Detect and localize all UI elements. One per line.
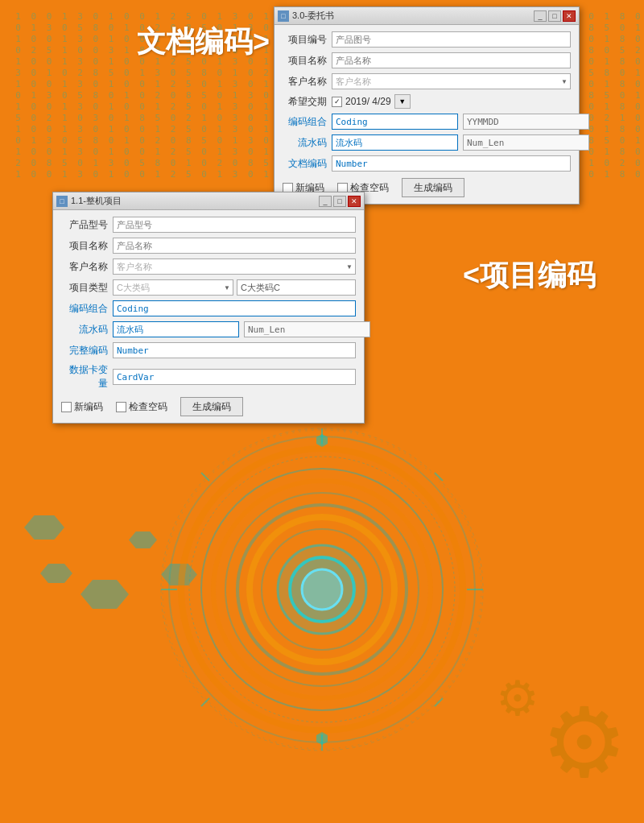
tech-circle <box>153 420 491 759</box>
project-coding-combo-label: 编码组合 <box>61 302 108 316</box>
project-full-code-label: 完整编码 <box>61 344 108 358</box>
entrust-doc-code-label: 文档编码 <box>283 157 327 171</box>
project-product-type-row: 产品型号 <box>61 217 356 233</box>
entrust-hope-date-label: 希望交期 <box>283 95 327 109</box>
project-card-var-label: 数据卡变量 <box>61 363 108 391</box>
project-card-var-input[interactable] <box>113 369 356 385</box>
project-new-code-label: 新编码 <box>74 400 103 414</box>
project-check-empty-checkbox[interactable] <box>116 402 126 412</box>
project-name-row: 项目名称 <box>61 238 356 254</box>
project-new-code-checkbox[interactable] <box>61 402 72 412</box>
project-minimize-btn[interactable]: _ <box>319 196 332 207</box>
entrust-project-name-row: 项目名称 <box>283 52 571 68</box>
entrust-customer-select-wrapper: 客户名称 <box>332 73 571 89</box>
project-maximize-btn[interactable]: □ <box>333 196 346 207</box>
project-window-controls: _ □ ✕ <box>319 196 361 207</box>
entrust-date-field: ✓ 2019/ 4/29 ▼ <box>332 94 411 109</box>
project-product-type-label: 产品型号 <box>61 218 108 232</box>
entrust-hope-date-row: 希望交期 ✓ 2019/ 4/29 ▼ <box>283 94 571 109</box>
project-code-label: <项目编码 <box>463 256 596 296</box>
entrust-customer-name-row: 客户名称 客户名称 <box>283 73 571 89</box>
entrust-project-number-label: 项目编号 <box>283 33 327 47</box>
entrust-coding-combo-input[interactable] <box>332 114 458 130</box>
project-bottom-row: 新编码 检查空码 生成编码 <box>61 397 356 416</box>
entrust-window-controls: _ □ ✕ <box>534 10 576 22</box>
entrust-serial-side-input[interactable] <box>463 134 589 151</box>
project-customer-name-row: 客户名称 客户名称 <box>61 258 356 275</box>
project-serial-side-input[interactable] <box>244 321 370 337</box>
project-product-type-input[interactable] <box>113 217 356 233</box>
entrust-coding-combo-side-input[interactable] <box>463 114 589 130</box>
hex-deco-1 <box>24 515 64 540</box>
svg-line-18 <box>435 473 443 481</box>
entrust-coding-combo-row: 编码组合 <box>283 114 571 130</box>
hex-deco-3 <box>80 580 129 609</box>
project-name-input[interactable] <box>113 238 356 254</box>
project-serial-label: 流水码 <box>61 323 108 337</box>
gear-deco-1: ⚙ <box>541 687 628 799</box>
project-coding-combo-row: 编码组合 <box>61 300 356 316</box>
entrust-date-checkbox[interactable]: ✓ <box>332 97 342 107</box>
project-customer-select-wrapper: 客户名称 <box>113 258 356 275</box>
project-full-code-row: 完整编码 <box>61 342 356 358</box>
project-check-empty-label: 检查空码 <box>129 400 167 414</box>
svg-line-19 <box>201 473 209 481</box>
hex-deco-2 <box>40 564 72 583</box>
entrust-serial-input[interactable] <box>332 134 458 151</box>
project-generate-btn[interactable]: 生成编码 <box>180 397 243 416</box>
project-type-row: 项目类型 C大类码 <box>61 279 356 296</box>
svg-line-21 <box>201 698 209 706</box>
entrust-doc-code-input[interactable] <box>332 155 571 172</box>
svg-point-12 <box>302 569 342 610</box>
doc-code-label: 文档编码> <box>137 23 270 62</box>
entrust-close-btn[interactable]: ✕ <box>563 10 576 22</box>
entrust-generate-btn[interactable]: 生成编码 <box>402 178 464 197</box>
project-serial-input[interactable] <box>113 321 239 337</box>
entrust-project-name-input[interactable] <box>332 52 571 68</box>
entrust-titlebar: □ 3.0-委托书 _ □ ✕ <box>275 7 579 25</box>
entrust-serial-row: 流水码 <box>283 134 571 151</box>
window-project: □ 1.1-整机项目 _ □ ✕ 产品型号 项目名称 客户名称 客户名称 <box>52 192 365 424</box>
entrust-maximize-btn[interactable]: □ <box>548 10 561 22</box>
window-entrust: □ 3.0-委托书 _ □ ✕ 项目编号 项目名称 客户名称 客户名称 <box>274 6 580 205</box>
entrust-date-value: 2019/ 4/29 <box>345 96 391 107</box>
entrust-customer-name-label: 客户名称 <box>283 75 327 89</box>
entrust-window-icon: □ <box>278 10 289 22</box>
entrust-doc-code-row: 文档编码 <box>283 155 571 172</box>
entrust-customer-select[interactable]: 客户名称 <box>332 73 571 89</box>
project-card-var-row: 数据卡变量 <box>61 363 356 391</box>
project-type-select[interactable]: C大类码 <box>113 279 233 296</box>
project-new-code-item: 新编码 <box>61 400 103 414</box>
project-customer-select[interactable]: 客户名称 <box>113 258 356 275</box>
project-close-btn[interactable]: ✕ <box>348 196 361 207</box>
project-type-dual-row: C大类码 <box>113 279 356 296</box>
entrust-minimize-btn[interactable]: _ <box>534 10 547 22</box>
project-check-empty-item: 检查空码 <box>116 400 167 414</box>
project-full-code-input[interactable] <box>113 342 356 358</box>
entrust-window-title: 3.0-委托书 <box>292 10 334 22</box>
project-window-icon: □ <box>56 196 68 207</box>
project-type-side-input[interactable] <box>237 279 356 296</box>
entrust-project-name-label: 项目名称 <box>283 54 327 68</box>
project-name-label: 项目名称 <box>61 239 108 253</box>
project-coding-combo-input[interactable] <box>113 300 356 316</box>
project-serial-row: 流水码 <box>61 321 356 337</box>
entrust-project-number-input[interactable] <box>332 31 571 48</box>
project-type-select-wrapper: C大类码 <box>113 279 233 296</box>
project-window-title: 1.1-整机项目 <box>71 195 122 207</box>
entrust-date-picker-btn[interactable]: ▼ <box>394 94 411 109</box>
project-type-label: 项目类型 <box>61 281 108 295</box>
entrust-project-number-row: 项目编号 <box>283 31 571 48</box>
gear-deco-2: ⚙ <box>496 670 539 726</box>
entrust-serial-label: 流水码 <box>283 136 327 150</box>
project-customer-name-label: 客户名称 <box>61 260 108 274</box>
svg-line-20 <box>435 698 443 706</box>
entrust-coding-combo-label: 编码组合 <box>283 115 327 129</box>
project-titlebar: □ 1.1-整机项目 _ □ ✕ <box>53 192 364 210</box>
